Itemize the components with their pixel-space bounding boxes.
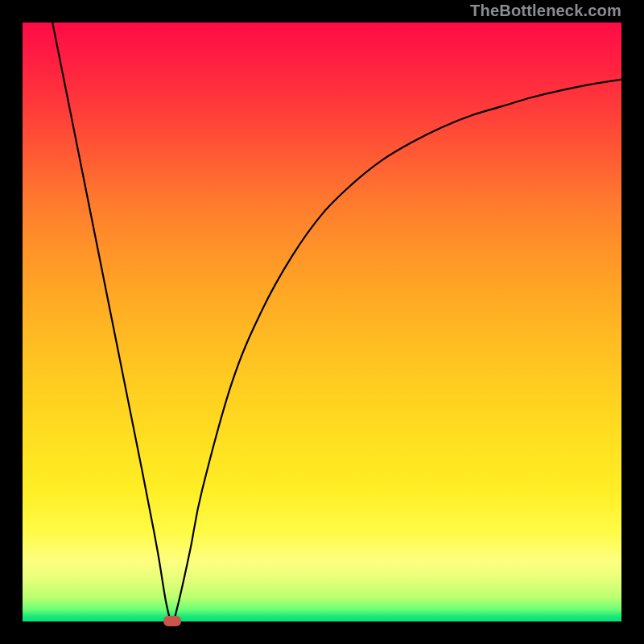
minimum-marker — [163, 616, 181, 626]
attribution-label: TheBottleneck.com — [470, 2, 621, 20]
chart-frame: TheBottleneck.com — [0, 0, 644, 644]
gradient-plot-area — [23, 23, 621, 621]
bottleneck-curve — [23, 23, 621, 621]
